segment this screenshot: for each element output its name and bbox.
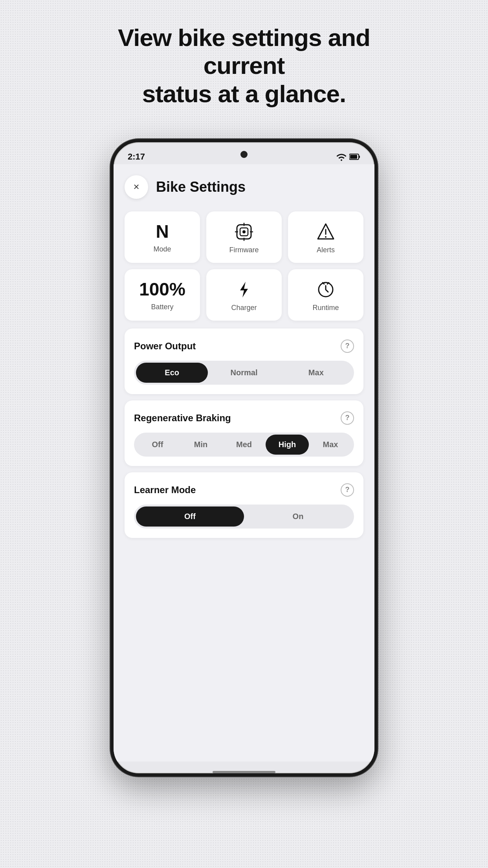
learner-mode-control: Off On	[134, 505, 354, 529]
status-icons	[336, 152, 360, 161]
power-output-control: Eco Normal Max	[134, 361, 354, 385]
icon-grid: N Mode Firmware	[125, 211, 363, 321]
charger-icon	[235, 280, 253, 299]
mode-symbol: N	[156, 222, 169, 240]
charger-card[interactable]: Charger	[206, 269, 282, 321]
svg-rect-2	[359, 156, 360, 158]
status-bar: 2:17	[114, 142, 374, 164]
firmware-label: Firmware	[229, 246, 259, 254]
regen-braking-title: Regenerative Braking	[134, 413, 231, 424]
phone-shell: 2:17 × Bike Settings	[110, 139, 378, 776]
power-output-card: Power Output ? Eco Normal Max	[125, 328, 363, 394]
alerts-label: Alerts	[317, 246, 335, 254]
page-headline: View bike settings and currentstatus at …	[87, 24, 401, 108]
firmware-icon	[235, 222, 253, 241]
mode-label: Mode	[153, 245, 171, 253]
learner-off-option[interactable]: Off	[136, 506, 244, 527]
learner-mode-title: Learner Mode	[134, 484, 196, 495]
camera-dot	[240, 151, 248, 158]
regen-max-option[interactable]: Max	[309, 435, 352, 455]
regen-braking-help[interactable]: ?	[341, 411, 354, 425]
screen-header: × Bike Settings	[125, 172, 363, 199]
learner-mode-header: Learner Mode ?	[134, 483, 354, 497]
learner-mode-card: Learner Mode ? Off On	[125, 472, 363, 538]
learner-mode-help[interactable]: ?	[341, 483, 354, 497]
alerts-card[interactable]: Alerts	[288, 211, 363, 263]
power-eco-option[interactable]: Eco	[136, 363, 208, 383]
svg-point-9	[242, 230, 246, 233]
runtime-label: Runtime	[312, 304, 339, 312]
wifi-icon	[336, 152, 347, 161]
runtime-icon	[316, 280, 335, 299]
battery-label: Battery	[151, 303, 173, 311]
regen-off-option[interactable]: Off	[136, 435, 179, 455]
screen-title: Bike Settings	[156, 179, 246, 195]
battery-icon	[349, 153, 360, 160]
alerts-icon	[316, 222, 335, 241]
power-output-title: Power Output	[134, 341, 196, 352]
mode-card[interactable]: N Mode	[125, 211, 200, 263]
regen-min-option[interactable]: Min	[179, 435, 222, 455]
regen-braking-control: Off Min Med High Max	[134, 433, 354, 457]
battery-symbol: 100%	[139, 280, 185, 298]
regen-high-option[interactable]: High	[266, 435, 309, 455]
power-max-option[interactable]: Max	[280, 363, 352, 383]
regen-med-option[interactable]: Med	[222, 435, 266, 455]
runtime-card[interactable]: Runtime	[288, 269, 363, 321]
firmware-card[interactable]: Firmware	[206, 211, 282, 263]
power-output-help[interactable]: ?	[341, 339, 354, 353]
status-time: 2:17	[128, 152, 145, 162]
screen-content: × Bike Settings N Mode	[114, 164, 374, 762]
regen-braking-card: Regenerative Braking ? Off Min Med High …	[125, 400, 363, 466]
svg-point-11	[325, 236, 327, 238]
close-button[interactable]: ×	[125, 175, 148, 199]
home-indicator	[213, 771, 275, 773]
charger-label: Charger	[231, 304, 257, 312]
power-output-header: Power Output ?	[134, 339, 354, 353]
regen-braking-header: Regenerative Braking ?	[134, 411, 354, 425]
battery-card[interactable]: 100% Battery	[125, 269, 200, 321]
power-normal-option[interactable]: Normal	[208, 363, 280, 383]
svg-rect-1	[350, 155, 357, 159]
learner-on-option[interactable]: On	[244, 506, 352, 527]
